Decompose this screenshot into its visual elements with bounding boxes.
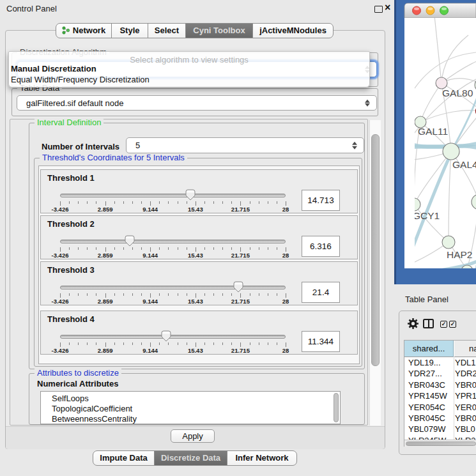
gear-icon[interactable] (407, 318, 419, 330)
slider-track[interactable] (60, 194, 286, 197)
attributes-group: Attributes to discretize Numerical Attri… (29, 373, 365, 425)
table-hscrollbar[interactable] (404, 440, 476, 447)
interval-definition-title: Interval Definition (35, 118, 104, 127)
slider-tick (168, 342, 169, 345)
slider-tick-label: 2.859 (83, 206, 128, 213)
num-intervals-combobox[interactable]: 5 (126, 137, 364, 153)
table-row[interactable]: YDL19...YDL1 (404, 358, 476, 369)
table-row[interactable]: YER054CYER0 (404, 403, 476, 413)
slider-tick (114, 247, 115, 250)
threshold-value-field[interactable]: 6.316 (302, 236, 340, 257)
slider-handle[interactable] (161, 330, 171, 342)
slider-tick (222, 293, 223, 296)
column-header-name[interactable]: na (454, 341, 476, 357)
attribute-list-item[interactable]: TopologicalCoefficient (41, 404, 340, 414)
threshold-label: Threshold 2 (47, 219, 95, 229)
tab-style[interactable]: Style (111, 23, 148, 38)
thresholds-viewport: Threshold 1-3.4262.8599.14415.4321.71528… (38, 165, 360, 364)
tab-label: Discretize Data (161, 453, 220, 463)
attribute-list-item[interactable]: BetweennessCentrality (41, 414, 340, 424)
slider-tick (268, 342, 268, 345)
interval-definition-group: Interval Definition Number of Intervals … (29, 123, 365, 369)
table-row[interactable]: YDR27...YDR2 (404, 369, 476, 380)
tab-discretize-data[interactable]: Discretize Data (154, 450, 227, 466)
slider-tick-label: 2.859 (83, 298, 128, 305)
tab-cyni-toolbox[interactable]: Cyni Toolbox (185, 23, 253, 38)
slider-handle[interactable] (185, 189, 196, 201)
slider-track[interactable] (60, 286, 286, 289)
network-canvas[interactable] (404, 18, 476, 268)
traffic-light-gloss (441, 8, 447, 10)
column-header-shared-name[interactable]: shared... (404, 341, 454, 357)
slider-tick (105, 201, 106, 206)
slider-tick (231, 293, 232, 296)
slider-tick (159, 293, 160, 296)
top-tab-bar: NetworkStyleSelectCyni ToolboxjActiveMNo… (56, 23, 334, 38)
slider-handle[interactable] (125, 235, 135, 247)
attribute-list-item[interactable]: SelfLoops (41, 394, 340, 404)
slider-track[interactable] (60, 240, 286, 243)
threshold-value-field[interactable]: 14.713 (302, 190, 340, 211)
apply-button[interactable]: Apply (171, 429, 215, 443)
threshold-value-field[interactable]: 21.4 (302, 282, 340, 303)
vscroll-thumb[interactable] (371, 134, 380, 366)
tab-select[interactable]: Select (148, 23, 186, 38)
slider-tick (277, 293, 277, 296)
slider-tick-label: 9.144 (128, 252, 173, 259)
node-hap2[interactable] (442, 236, 455, 249)
network-view[interactable]: GAL80GACGAL11GAL4GCY1HHAP2 (394, 0, 476, 284)
tab-network[interactable]: Network (56, 23, 112, 38)
checkbox-icon[interactable]: ✓ (440, 321, 447, 328)
slider-tick (240, 293, 241, 298)
slider-track[interactable] (60, 335, 286, 339)
table-row[interactable]: YBR045CYBR0 (404, 413, 476, 424)
slider-tick-label: 21.715 (218, 347, 263, 354)
thresholds-group: Threshold's Coordinates for 5 Intervals … (34, 158, 362, 367)
table-panel: ✓ ✓ shared... na YDL19...YDL1YDR27...YDR… (399, 311, 476, 455)
float-panel-icon[interactable] (374, 6, 383, 13)
close-icon[interactable]: × (385, 2, 390, 13)
slider-tick (141, 342, 142, 345)
slider-tick (123, 201, 124, 204)
column-layout-icon[interactable] (423, 319, 434, 328)
slider-tick (105, 293, 106, 298)
slider-tick (178, 247, 178, 250)
popup-item-manual[interactable]: Manual Discretization (11, 64, 96, 73)
slider-tick (277, 342, 277, 345)
slider-tick (277, 201, 277, 204)
panel-vscrollbar[interactable] (369, 120, 381, 426)
tab-jactivemnodules[interactable]: jActiveMNodules (252, 23, 334, 38)
tab-impute-data[interactable]: Impute Data (93, 450, 155, 466)
threshold-value-field[interactable]: 11.344 (302, 331, 340, 352)
slider-tick (240, 342, 241, 347)
hscroll-thumb[interactable] (406, 441, 476, 446)
slider-handle[interactable] (233, 281, 243, 293)
slider-tick (78, 293, 79, 296)
slider-tick-label: -3.426 (38, 298, 82, 305)
table-row[interactable]: YBL079WYBL0 (404, 424, 476, 435)
attributes-list[interactable]: SelfLoopsTopologicalCoefficientBetweenne… (40, 391, 341, 424)
slider-tick (259, 293, 259, 296)
slider-tick-label: 2.859 (83, 252, 128, 259)
slider-tick (259, 342, 259, 345)
slider-tick (132, 201, 133, 204)
slider-tick (178, 201, 178, 204)
slider-tick (168, 247, 169, 250)
slider-tick (187, 247, 187, 250)
checkbox-icon[interactable]: ✓ (449, 321, 456, 328)
slider-tick (87, 247, 88, 250)
node-gal4[interactable] (443, 143, 459, 160)
table-data-combobox[interactable]: galFiltered.sif default node (17, 95, 377, 111)
popup-item-equal-width[interactable]: Equal Width/Frequency Discretization (11, 75, 150, 84)
tab-label: jActiveMNodules (259, 26, 326, 35)
attributes-list-scroll-thumb[interactable] (334, 393, 339, 422)
table-row[interactable]: YBR043CYBR0 (404, 380, 476, 391)
table-row[interactable]: YPR145WYPR1 (404, 391, 476, 402)
num-intervals-label: Number of Intervals (42, 142, 119, 151)
slider-tick-label: 15.43 (173, 347, 218, 354)
cell-name: YBL0 (454, 424, 475, 434)
slider-tick (150, 342, 151, 347)
tab-infer-network[interactable]: Infer Network (227, 450, 297, 466)
slider-tick (268, 201, 268, 204)
slider-tick-label: 9.144 (128, 298, 173, 305)
